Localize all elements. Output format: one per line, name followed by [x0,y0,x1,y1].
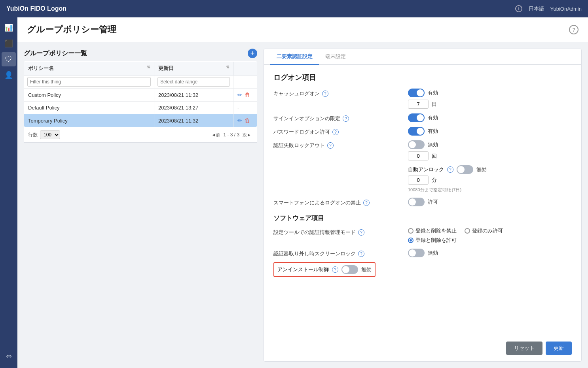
radio-no-reg-del[interactable]: 登録と削除を禁止 [408,227,457,234]
policy-actions-cell: - [233,102,257,114]
cache-logon-help-icon[interactable]: ? [322,91,328,97]
auto-unlock-row: 自動アンロック ? 無効 分 10080分まで指定可能 (7日) [408,165,572,193]
reset-button[interactable]: リセット [506,342,542,355]
policy-date-cell: 2023/08/21 13:27 [154,102,233,114]
page-header: グループポリシー管理 ? [17,17,588,42]
rows-per-page-select[interactable]: 100 50 25 [40,130,60,139]
screen-lock-toggle[interactable] [408,249,425,257]
top-nav-right: ℹ 日本語 YubiOnAdmin [515,5,582,12]
table-row[interactable]: Temporary Policy 2023/08/21 11:32 ✏ 🗑 [24,114,257,127]
radio-reg-and-del[interactable]: 登録と削除を許可 [408,237,503,244]
auth-fail-lockout-help-icon[interactable]: ? [327,142,334,149]
table-row[interactable]: Custom Policy 2023/08/21 11:32 ✏ 🗑 [24,89,257,102]
tab-terminal[interactable]: 端末設定 [319,49,352,65]
sort-icon-name[interactable]: ⇅ [147,65,150,69]
delete-icon[interactable]: 🗑 [245,117,250,124]
uninstall-control-row: アンインストール制御 ? 無効 [273,262,572,277]
policy-name-filter[interactable] [27,77,151,87]
btn-row: リセット 更新 [264,335,581,361]
add-policy-button[interactable]: + [248,49,257,58]
signin-limit-label: サインインオプションの限定 [273,115,340,122]
policy-name-cell: Custom Policy [24,89,154,102]
auth-fail-lockout-status: 無効 [428,141,438,148]
right-panel: 二要素認証設定 端末設定 ログオン項目 キャッシュログオン ? [264,49,582,362]
uninstall-control-help-icon[interactable]: ? [332,266,338,273]
app-title: YubiOn FIDO Logon [6,5,66,12]
top-nav: YubiOn FIDO Logon ℹ 日本語 YubiOnAdmin [0,0,588,17]
policy-actions-cell: ✏ 🗑 [233,89,257,102]
screen-lock-row: 認証器取り外し時スクリーンロック ? 無効 [273,249,572,257]
auto-unlock-unit: 分 [432,177,437,184]
left-panel: グループポリシー一覧 + ポリシー名 ⇅ 更新日 ⇅ [24,49,257,362]
lang-selector[interactable]: 日本語 [529,5,544,12]
signin-limit-help-icon[interactable]: ? [343,115,349,122]
sort-icon-date[interactable]: ⇅ [226,65,229,69]
table-row[interactable]: Default Policy 2023/08/21 13:27 - [24,102,257,114]
pagination: 行数 100 50 25 ◄前 1 - 3 / 3 次► [24,127,257,143]
password-logon-row: パスワードログオン許可 ? 有効 [273,127,572,136]
sidebar: 📊 ⬛ 🛡 👤 ⇔ [0,17,17,368]
credential-mode-help-icon[interactable]: ? [358,229,364,236]
uninstall-control-toggle[interactable] [341,265,358,274]
signin-limit-status: 有効 [428,114,438,121]
screen-lock-label: 認証器取り外し時スクリーンロック [273,250,356,257]
rows-label: 行数 [28,132,38,138]
auto-unlock-label: 自動アンロック [408,166,444,173]
tab-two-factor[interactable]: 二要素認証設定 [270,49,319,65]
info-icon[interactable]: ℹ [515,5,522,12]
cache-logon-label: キャッシュログオン [273,90,320,97]
next-page-button[interactable]: 次► [241,131,253,139]
password-logon-toggle[interactable] [408,127,425,136]
smartphone-logon-label: スマートフォンによるログオンの禁止 [273,199,361,206]
auth-fail-count-input[interactable] [408,151,429,160]
cache-logon-days-input[interactable] [408,100,429,109]
date-range-filter[interactable] [157,77,230,87]
date-filter-cell [154,75,233,89]
sidebar-item-dashboard[interactable]: 📊 [2,21,16,35]
auth-fail-lockout-toggle[interactable] [408,140,425,149]
auth-fail-lockout-row: 認証失敗ロックアウト ? 無効 回 [273,140,572,160]
smartphone-logon-help-icon[interactable]: ? [363,200,370,206]
auto-unlock-toggle[interactable] [457,165,473,174]
delete-icon[interactable]: 🗑 [245,92,250,98]
signin-limit-toggle[interactable] [408,113,425,122]
cache-logon-toggle[interactable] [408,89,425,97]
col-updated-at: 更新日 ⇅ [154,62,233,75]
password-logon-help-icon[interactable]: ? [332,129,339,135]
radio-reg-only[interactable]: 登録のみ許可 [465,227,503,234]
auto-unlock-status: 無効 [476,166,487,173]
uninstall-control-status: 無効 [361,266,372,273]
password-logon-status: 有効 [428,128,438,135]
cache-logon-row: キャッシュログオン ? 有効 日 [273,89,572,109]
screen-lock-help-icon[interactable]: ? [358,251,364,257]
page-title: グループポリシー管理 [27,24,116,36]
uninstall-control-label: アンインストール制御 [277,266,329,273]
edit-icon[interactable]: ✏ [237,117,242,124]
panel-title: グループポリシー一覧 [24,49,87,58]
auth-fail-lockout-label: 認証失敗ロックアウト [273,142,325,149]
main-layout: 📊 ⬛ 🛡 👤 ⇔ グループポリシー管理 ? グループポリシー一覧 + [0,17,588,368]
cache-logon-unit: 日 [432,101,437,108]
password-logon-label: パスワードログオン許可 [273,128,330,136]
auto-unlock-minutes-input[interactable] [408,176,429,185]
page-body: グループポリシー一覧 + ポリシー名 ⇅ 更新日 ⇅ [17,42,588,368]
screen-lock-status: 無効 [428,249,438,257]
page-info: 1 - 3 / 3 [223,132,239,138]
credential-mode-label: 設定ツールでの認証情報管理モード [273,229,356,236]
auto-unlock-help-icon[interactable]: ? [447,166,453,173]
smartphone-logon-toggle[interactable] [408,198,425,206]
user-menu[interactable]: YubiOnAdmin [550,6,582,12]
sidebar-item-switch[interactable]: ⇔ [2,349,16,363]
credential-mode-row: 設定ツールでの認証情報管理モード ? 登録と削除を禁止 [273,227,572,244]
uninstall-control-highlight: アンインストール制御 ? 無効 [273,262,376,277]
sidebar-item-shield[interactable]: 🛡 [2,52,16,66]
edit-icon[interactable]: ✏ [237,92,242,98]
prev-page-button[interactable]: ◄前 [210,131,222,139]
page-help-icon[interactable]: ? [569,25,579,34]
col-actions-header [233,62,257,75]
page-nav: ◄前 1 - 3 / 3 次► [210,131,253,139]
update-button[interactable]: 更新 [546,342,572,355]
signin-limit-control: 有効 [408,113,438,122]
sidebar-item-user[interactable]: 👤 [2,68,16,82]
sidebar-item-list[interactable]: ⬛ [2,36,16,51]
